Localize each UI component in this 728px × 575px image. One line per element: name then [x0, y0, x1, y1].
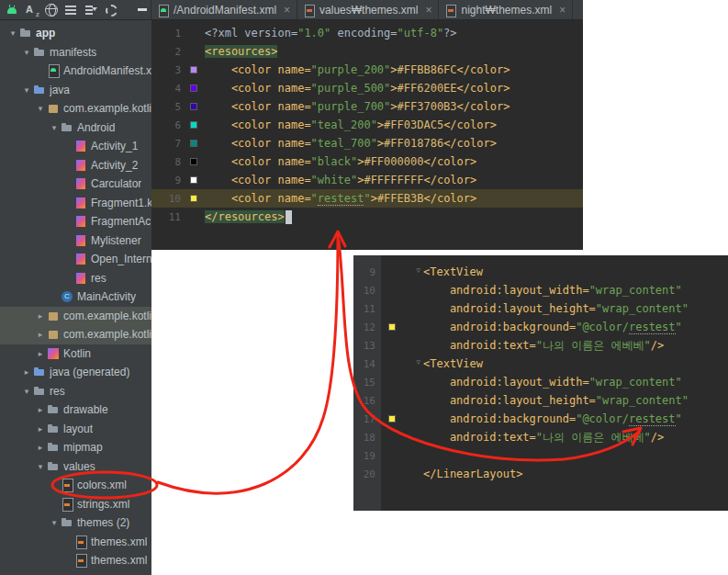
tree-item-android[interactable]: ▾Android [0, 118, 151, 138]
code-line[interactable]: 2<resources> [151, 42, 583, 61]
layout-xml-editor[interactable]: 9▿<TextView10 android:layout_width="wrap… [353, 255, 728, 511]
colors-xml-editor[interactable]: 1<?xml version="1.0" encoding="utf-8"?>2… [151, 20, 583, 250]
chevron-icon[interactable]: ▸ [35, 405, 46, 414]
color-swatch[interactable] [190, 176, 197, 184]
code-token: "wrap_content" [589, 376, 682, 389]
code-line[interactable]: 20</LinearLayout> [353, 465, 728, 483]
code-line[interactable]: 6 <color name="teal_200">#FF03DAC5</colo… [151, 116, 583, 134]
tree-item-activity-1[interactable]: Activity_1 [0, 137, 151, 156]
layout-code-area[interactable]: 9▿<TextView10 android:layout_width="wrap… [353, 255, 728, 483]
tree-item-mainactivity[interactable]: MainActivity [0, 288, 151, 307]
code-line[interactable]: 10 <color name="restest">#FFEB3B</color> [151, 189, 583, 208]
code-line[interactable]: 1<?xml version="1.0" encoding="utf-8"?> [151, 24, 583, 42]
translate-icon[interactable] [25, 3, 39, 17]
tree-item-themes-2[interactable]: ▾themes (2) [0, 513, 151, 533]
xml-file-icon [73, 553, 88, 568]
color-swatch[interactable] [190, 103, 197, 110]
tab-label: /AndroidManifest.xml [174, 4, 276, 17]
tree-item-mipmap[interactable]: ▸mipmap [0, 438, 151, 457]
tree-item-res-generated[interactable]: ▸res (generated) [0, 570, 151, 575]
fold-icon[interactable]: ▿ [416, 265, 420, 275]
code-line[interactable]: 15 android:layout_width="wrap_content" [353, 373, 728, 391]
android-robot-icon[interactable] [5, 3, 19, 17]
tree-item-mylistener[interactable]: Mylistener [0, 231, 151, 251]
chevron-icon[interactable]: ▸ [35, 311, 46, 321]
tree-item-res[interactable]: res [0, 269, 151, 288]
chevron-icon[interactable]: ▾ [21, 387, 32, 396]
editor-tab[interactable]: /AndroidManifest.xml× [151, 0, 297, 19]
code-line[interactable]: 4 <color name="purple_500">#FF6200EE</co… [151, 79, 583, 97]
tree-item-values[interactable]: ▾values [0, 457, 151, 477]
code-line[interactable]: 13 android:text="나의 이름은 에베베"/> [353, 336, 728, 355]
tree-item-androidmanifest-xml[interactable]: AndroidManifest.xml [0, 62, 151, 81]
color-swatch[interactable] [388, 415, 396, 423]
code-line[interactable]: 3 <color name="purple_200">#FFBB86FC</co… [151, 61, 583, 79]
gear-icon[interactable] [104, 3, 118, 17]
tab-close-icon[interactable]: × [284, 4, 290, 17]
tree-item-app[interactable]: ▾app [0, 24, 151, 43]
code-line[interactable]: 8 <color name="black">#FF000000</color> [151, 152, 583, 171]
tree-item-themes-xml[interactable]: themes.xml [0, 533, 151, 552]
align-lines-icon[interactable] [63, 3, 78, 17]
chevron-icon[interactable]: ▾ [49, 518, 60, 527]
tree-item-activity-2[interactable]: Activity_2 [0, 156, 151, 175]
tree-item-manifests[interactable]: ▾manifests [0, 43, 151, 62]
color-swatch[interactable] [190, 140, 197, 147]
code-line[interactable]: 9▿<TextView [353, 263, 728, 281]
tree-item-strings-xml[interactable]: strings.xml [0, 495, 151, 514]
color-swatch[interactable] [190, 66, 197, 73]
code-line[interactable]: 9 <color name="white">#FFFFFFFF</color> [151, 171, 583, 189]
chevron-icon[interactable]: ▸ [35, 330, 46, 339]
chevron-icon[interactable]: ▾ [35, 104, 46, 113]
tree-item-open-intern[interactable]: Open_Intern [0, 250, 151, 269]
code-line[interactable]: 17 android:background="@color/restest" [353, 410, 728, 428]
code-line[interactable]: 19 [353, 446, 728, 465]
chevron-icon[interactable]: ▸ [35, 349, 46, 358]
chevron-icon[interactable]: ▸ [35, 443, 46, 452]
tree-item-carculator[interactable]: Carculator [0, 175, 151, 194]
code-line[interactable]: 18 android:text="나의 이름은 에베베"/> [353, 428, 728, 446]
editor-tab[interactable]: values₩themes.xml× [297, 0, 439, 19]
chevron-icon[interactable]: ▸ [21, 367, 32, 377]
code-line[interactable]: 5 <color name="purple_700">#FF3700B3</co… [151, 97, 583, 116]
code-token: name= [277, 174, 310, 186]
tree-item-drawable[interactable]: ▸drawable [0, 400, 151, 420]
tree-item-com-example-kotlin[interactable]: ▾com.example.kotlin [0, 99, 151, 118]
tree-item-java-generated[interactable]: ▸java (generated) [0, 363, 151, 382]
color-swatch[interactable] [190, 158, 197, 165]
tree-item-themes-xml[interactable]: themes.xml [0, 551, 151, 570]
tree-item-fragment1-k[interactable]: Fragment1.k [0, 194, 151, 213]
code-line[interactable]: 11 android:layout_height="wrap_content" [353, 299, 728, 318]
code-line[interactable]: 7 <color name="teal_700">#FF018786</colo… [151, 134, 583, 152]
sort-lines-icon[interactable] [84, 3, 98, 17]
tree-item-res[interactable]: ▾res [0, 382, 151, 401]
code-line[interactable]: 14▿<TextView [353, 355, 728, 373]
tree-item-kotlin[interactable]: ▸Kotlin [0, 344, 151, 364]
tab-close-icon[interactable]: × [559, 4, 566, 17]
chevron-icon[interactable]: ▾ [21, 85, 32, 95]
tree-item-com-example-kotlin[interactable]: ▸com.example.kotlin [0, 307, 151, 326]
chevron-icon[interactable]: ▾ [49, 123, 60, 132]
tree-item-layout[interactable]: ▸layout [0, 420, 151, 439]
chevron-icon[interactable]: ▸ [35, 424, 46, 434]
chevron-icon[interactable]: ▾ [35, 462, 46, 471]
chevron-icon[interactable]: ▾ [21, 48, 32, 57]
color-swatch[interactable] [190, 195, 197, 202]
code-line[interactable]: 11</resources> [151, 208, 583, 226]
editor-tab[interactable]: night₩themes.xml× [439, 0, 573, 19]
code-line[interactable]: 16 android:layout_height="wrap_content" [353, 391, 728, 410]
code-line[interactable]: 12 android:background="@color/restest" [353, 318, 728, 336]
tree-item-com-example-kotlin[interactable]: ▸com.example.kotlin [0, 325, 151, 344]
color-swatch[interactable] [190, 121, 197, 129]
tab-close-icon[interactable]: × [425, 4, 431, 17]
color-swatch[interactable] [388, 323, 396, 331]
chevron-icon[interactable]: ▾ [7, 28, 18, 38]
globe-icon[interactable] [45, 4, 58, 17]
color-swatch[interactable] [190, 85, 197, 92]
code-line[interactable]: 10 android:layout_width="wrap_content" [353, 281, 728, 299]
tree-item-colors-xml[interactable]: colors.xml [0, 476, 151, 495]
editor-code-area[interactable]: 1<?xml version="1.0" encoding="utf-8"?>2… [151, 20, 583, 226]
tree-item-java[interactable]: ▾java [0, 81, 151, 100]
fold-icon[interactable]: ▿ [416, 357, 420, 366]
tree-item-fragmentac[interactable]: FragmentAc [0, 212, 151, 231]
